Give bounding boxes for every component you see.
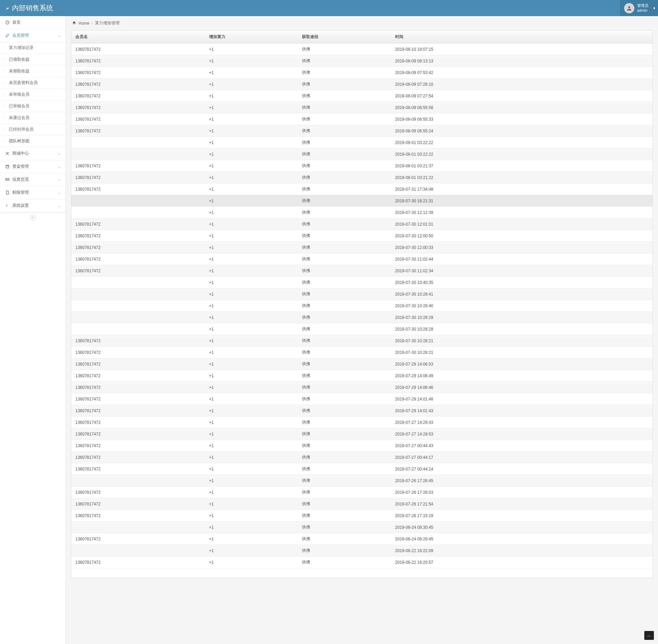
table-row[interactable]: 13607817472+1供佛2019-08-09 06:55:56 — [71, 102, 653, 114]
cell-source: 供佛 — [298, 475, 391, 487]
nav-item[interactable]: 商城中心⌄ — [0, 147, 65, 160]
table-row[interactable]: 13607817472+1供佛2019-07-29 14:01:43 — [71, 405, 653, 417]
table-row[interactable]: 13607817472+1供佛2019-07-31 17:34:48 — [71, 183, 653, 195]
cell-member: 13607817472 — [71, 183, 205, 195]
table-row[interactable]: 13607817472+1供佛2019-07-26 17:15:19 — [71, 510, 653, 522]
table-row[interactable]: +1供佛2019-07-30 16:21:31 — [71, 195, 653, 207]
table-row[interactable]: +1供佛2019-06-24 08:30:45 — [71, 522, 653, 533]
cell-source: 供佛 — [298, 428, 391, 440]
table-row[interactable]: +1供佛2019-07-30 10:28:29 — [71, 312, 653, 323]
cell-time: 2019-08-01 03:22:22 — [391, 148, 653, 160]
cell-source: 供佛 — [298, 557, 391, 568]
type-icon: T — [5, 203, 10, 208]
cell-power: +1 — [205, 253, 298, 265]
cell-source: 供佛 — [298, 114, 391, 125]
nav-sub-item[interactable]: 未通过会员 — [0, 112, 65, 124]
cell-time: 2019-07-26 17:21:54 — [391, 498, 653, 510]
table-row[interactable]: +1供佛2019-07-30 10:28:28 — [71, 323, 653, 335]
table-row[interactable]: +1供佛2019-08-01 03:22:22 — [71, 137, 653, 148]
table-row[interactable]: 13607817472+1供佛2019-07-29 14:06:46 — [71, 382, 653, 393]
cell-time: 2019-07-30 12:12:39 — [391, 207, 653, 218]
nav-sub-item[interactable]: 算力增加记录 — [0, 42, 65, 54]
table-row[interactable]: +1供佛2019-08-01 03:22:22 — [71, 148, 653, 160]
nav-sub-item[interactable]: 已审核会员 — [0, 100, 65, 112]
col-time[interactable]: 时间 — [391, 31, 653, 44]
cell-power: +1 — [205, 522, 298, 533]
table-row[interactable]: 13607817472+1供佛2019-07-29 14:06:53 — [71, 358, 653, 370]
table-row[interactable]: 13607817472+1供佛2019-07-30 11:02:34 — [71, 265, 653, 277]
cell-source: 供佛 — [298, 183, 391, 195]
table-row[interactable]: 13607817472+1供佛2019-07-27 00:44:14 — [71, 463, 653, 475]
cell-time: 2019-07-26 17:26:03 — [391, 487, 653, 498]
table-row[interactable]: 13607817472+1供佛2019-07-27 00:44:43 — [71, 440, 653, 452]
table-row[interactable]: 13607817472+1供佛2019-08-09 08:13:13 — [71, 55, 653, 67]
breadcrumb-home[interactable]: Home — [78, 21, 89, 26]
table-row[interactable]: 13607817472+1供佛2019-07-27 00:44:17 — [71, 452, 653, 463]
edit-icon — [5, 33, 10, 38]
cell-time: 2019-07-29 14:01:43 — [391, 405, 653, 417]
table-row[interactable]: 13607817472+1供佛2019-07-26 17:21:54 — [71, 498, 653, 510]
table-row[interactable]: 13607817472+1供佛2019-07-30 12:00:50 — [71, 230, 653, 242]
collapse-sidebar-button[interactable]: « — [0, 212, 65, 222]
table-row[interactable]: 13607817472+1供佛2019-08-09 06:55:24 — [71, 125, 653, 137]
table-row[interactable]: 13607817472+1供佛2019-08-09 06:55:33 — [71, 114, 653, 125]
cell-source: 供佛 — [298, 253, 391, 265]
table-row[interactable]: 13607817472+1供佛2019-07-30 11:02:44 — [71, 253, 653, 265]
table-row[interactable]: 13607817472+1供佛2019-07-29 14:06:49 — [71, 370, 653, 382]
cell-time: 2019-07-26 17:15:19 — [391, 510, 653, 522]
brand[interactable]: 内部销售系统 — [5, 3, 53, 13]
table-row[interactable]: +1供佛2019-06-22 16:22:09 — [71, 545, 653, 557]
nav-sub-item[interactable]: 已经封停会员 — [0, 124, 65, 135]
cell-power: +1 — [205, 475, 298, 487]
chevron-down-icon: ⌄ — [58, 191, 61, 194]
table-row[interactable]: 13607817472+1供佛2019-07-30 12:01:01 — [71, 218, 653, 230]
table-row[interactable]: 13607817472+1供佛2019-08-09 07:28:10 — [71, 79, 653, 90]
cell-member: 13607817472 — [71, 90, 205, 102]
cell-time: 2019-07-27 00:44:14 — [391, 463, 653, 475]
table-row[interactable]: +1供佛2019-07-30 10:40:35 — [71, 277, 653, 288]
nav-item[interactable]: 权限管理⌄ — [0, 186, 65, 199]
table-row[interactable]: 13607817472+1供佛2019-06-24 08:29:45 — [71, 533, 653, 545]
cell-power: +1 — [205, 218, 298, 230]
nav-sub-item[interactable]: 已领取收益 — [0, 54, 65, 65]
cell-time: 2019-07-29 14:06:46 — [391, 382, 653, 393]
nav-sub-item[interactable]: 团队树形图 — [0, 135, 65, 147]
nav-item[interactable]: 会员管理⌄ — [0, 29, 65, 42]
col-power[interactable]: 增加算力 — [205, 31, 298, 44]
table-row[interactable]: 13607817472+1供佛2019-07-30 12:00:33 — [71, 242, 653, 253]
nav-item[interactable]: T系统设置⌄ — [0, 199, 65, 212]
nav-sub-item[interactable]: 未审核会员 — [0, 89, 65, 100]
table-row[interactable]: 13607817472+1供佛2019-07-29 14:01:48 — [71, 393, 653, 405]
table-row[interactable]: 13607817472+1供佛2019-08-10 18:07:15 — [71, 44, 653, 55]
col-member[interactable]: 会员名 — [71, 31, 205, 44]
table-row[interactable]: 13607817472+1供佛2019-08-09 07:53:42 — [71, 67, 653, 79]
nav-item[interactable]: 首页 — [0, 16, 65, 29]
table-row[interactable]: 13607817472+1供佛2019-07-30 10:28:21 — [71, 347, 653, 358]
sidebar: 首页会员管理⌄算力增加记录已领取收益未领取收益未完善资料会员未审核会员已审核会员… — [0, 16, 66, 644]
table-row[interactable]: +1供佛2019-07-30 12:12:39 — [71, 207, 653, 218]
cell-member: 13607817472 — [71, 498, 205, 510]
cell-source: 供佛 — [298, 347, 391, 358]
col-source[interactable]: 获取途径 — [298, 31, 391, 44]
table-row[interactable]: 13607817472+1供佛2019-08-01 03:21:22 — [71, 172, 653, 183]
table-row[interactable]: 13607817472+1供佛2019-07-27 14:28:53 — [71, 428, 653, 440]
cell-source: 供佛 — [298, 452, 391, 463]
nav-item[interactable]: 信息交流⌄ — [0, 173, 65, 186]
table-row[interactable]: 13607817472+1供佛2019-06-22 16:20:57 — [71, 557, 653, 568]
nav-sub-item[interactable]: 未完善资料会员 — [0, 77, 65, 89]
table-row[interactable]: 13607817472+1供佛2019-07-30 10:28:21 — [71, 335, 653, 347]
nav-label: 信息交流 — [12, 177, 29, 182]
nav-sub-item[interactable]: 未领取收益 — [0, 65, 65, 77]
table-row[interactable]: +1供佛2019-07-26 17:26:45 — [71, 475, 653, 487]
scroll-to-top-button[interactable]: ︿ — [644, 631, 654, 640]
table-row[interactable]: +1供佛2019-07-30 10:28:41 — [71, 288, 653, 300]
nav-item[interactable]: 资金管理⌄ — [0, 160, 65, 173]
chevron-down-icon: ▾ — [653, 6, 655, 11]
table-row[interactable]: 13607817472+1供佛2019-08-09 07:27:54 — [71, 90, 653, 102]
cell-source: 供佛 — [298, 323, 391, 335]
table-row[interactable]: +1供佛2019-07-30 10:28:40 — [71, 300, 653, 312]
table-row[interactable]: 13607817472+1供佛2019-07-27 14:29:43 — [71, 417, 653, 428]
table-row[interactable]: 13607817472+1供佛2019-07-26 17:26:03 — [71, 487, 653, 498]
user-menu[interactable]: 管理员 admin ▾ — [620, 0, 658, 16]
table-row[interactable]: 13607817472+1供佛2019-08-01 03:21:37 — [71, 160, 653, 172]
